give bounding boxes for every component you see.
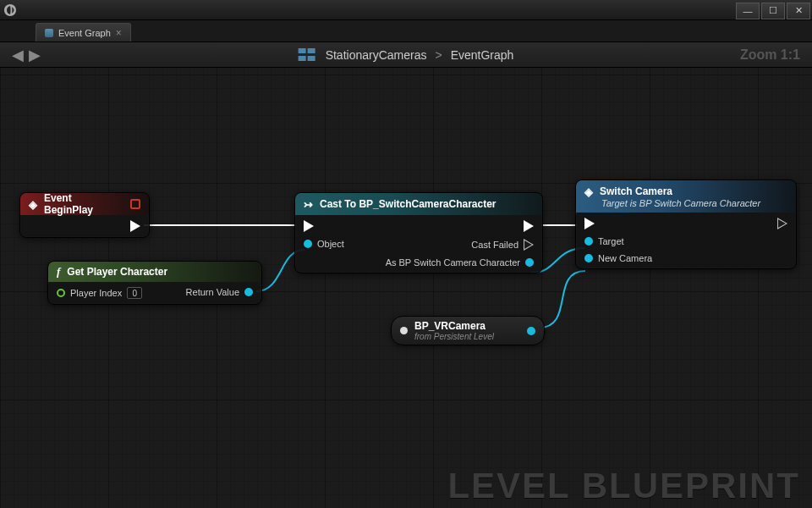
player-index-input[interactable]: 0 xyxy=(127,287,142,299)
delegate-pin[interactable] xyxy=(130,199,140,209)
variable-source: from Persistent Level xyxy=(414,332,520,341)
output-pin[interactable] xyxy=(527,327,535,335)
exec-out-pin[interactable] xyxy=(524,220,534,232)
nav-back-button[interactable]: ◀ xyxy=(12,46,24,64)
tab-row: Event Graph × xyxy=(0,20,812,42)
target-pin[interactable]: Target xyxy=(584,236,682,246)
node-title: Switch Camera xyxy=(600,185,672,197)
graph-canvas[interactable]: ◈ Event BeginPlay f Get Player Character… xyxy=(0,68,812,508)
object-pin-icon xyxy=(244,288,253,296)
function-icon: ◈ xyxy=(584,185,593,198)
app-logo xyxy=(0,0,20,20)
pin-label: New Camera xyxy=(598,253,652,263)
exec-in-pin[interactable] xyxy=(584,218,682,229)
new-camera-pin[interactable]: New Camera xyxy=(584,253,682,263)
object-pin-icon xyxy=(304,240,312,248)
node-switch-camera[interactable]: ◈ Switch Camera Target is BP Switch Came… xyxy=(575,179,797,269)
node-title: Cast To BP_SwitchCameraCharacter xyxy=(320,198,497,210)
minimize-button[interactable]: — xyxy=(736,3,760,19)
object-pin-icon xyxy=(525,258,534,267)
return-value-pin[interactable]: Return Value xyxy=(186,287,253,297)
close-button[interactable]: ✕ xyxy=(787,3,810,19)
cast-failed-pin[interactable]: Cast Failed xyxy=(471,239,534,251)
node-variable-vr-camera[interactable]: BP_VRCamera from Persistent Level xyxy=(391,316,545,345)
breadcrumb-parent[interactable]: StationaryCameras xyxy=(326,48,427,62)
node-title: Get Player Character xyxy=(67,266,167,278)
exec-out-pin[interactable] xyxy=(130,220,140,232)
int-pin-icon xyxy=(57,289,65,297)
event-icon: ◈ xyxy=(29,198,37,211)
exec-pin-icon xyxy=(524,239,534,251)
node-event-begin-play[interactable]: ◈ Event BeginPlay xyxy=(19,192,150,238)
player-index-pin[interactable]: Player Index 0 xyxy=(57,287,151,299)
watermark: LEVEL BLUEPRINT xyxy=(447,466,800,506)
chevron-right-icon: > xyxy=(435,48,442,62)
pin-label: Player Index xyxy=(70,288,122,298)
object-pin-icon xyxy=(584,254,593,262)
zoom-indicator: Zoom 1:1 xyxy=(740,47,800,63)
object-pin-icon xyxy=(584,237,593,246)
actor-pin-icon xyxy=(400,327,408,334)
nav-forward-button[interactable]: ▶ xyxy=(29,46,41,64)
pin-label: Cast Failed xyxy=(471,240,518,250)
pin-label: Return Value xyxy=(186,287,239,297)
function-icon: f xyxy=(57,265,60,279)
object-pin[interactable]: Object xyxy=(304,239,377,249)
breadcrumb-current: EventGraph xyxy=(451,48,514,62)
variable-name: BP_VRCamera xyxy=(414,320,520,332)
tab-event-graph[interactable]: Event Graph × xyxy=(36,23,131,41)
node-title: Event BeginPlay xyxy=(44,192,123,216)
tab-label: Event Graph xyxy=(58,28,111,38)
exec-out-pin[interactable] xyxy=(777,218,787,229)
close-icon[interactable]: × xyxy=(116,27,122,39)
breadcrumb: ◀ ▶ StationaryCameras > EventGraph Zoom … xyxy=(0,42,812,68)
title-bar: — ☐ ✕ xyxy=(0,0,812,20)
as-cast-pin[interactable]: As BP Switch Camera Character xyxy=(386,257,534,268)
pin-label: Object xyxy=(317,239,344,249)
exec-in-pin[interactable] xyxy=(304,220,377,232)
node-subtitle: Target is BP Switch Camera Character xyxy=(584,198,760,208)
blueprint-icon xyxy=(299,48,317,62)
graph-icon xyxy=(45,29,53,37)
node-cast-to[interactable]: ↣ Cast To BP_SwitchCameraCharacter Objec… xyxy=(294,192,543,273)
pin-label: As BP Switch Camera Character xyxy=(386,257,520,268)
node-get-player-character[interactable]: f Get Player Character Player Index 0 Re… xyxy=(47,261,262,305)
maximize-button[interactable]: ☐ xyxy=(761,3,785,19)
window-buttons: — ☐ ✕ xyxy=(736,1,812,19)
cast-icon: ↣ xyxy=(304,198,313,211)
pin-label: Target xyxy=(598,236,624,246)
